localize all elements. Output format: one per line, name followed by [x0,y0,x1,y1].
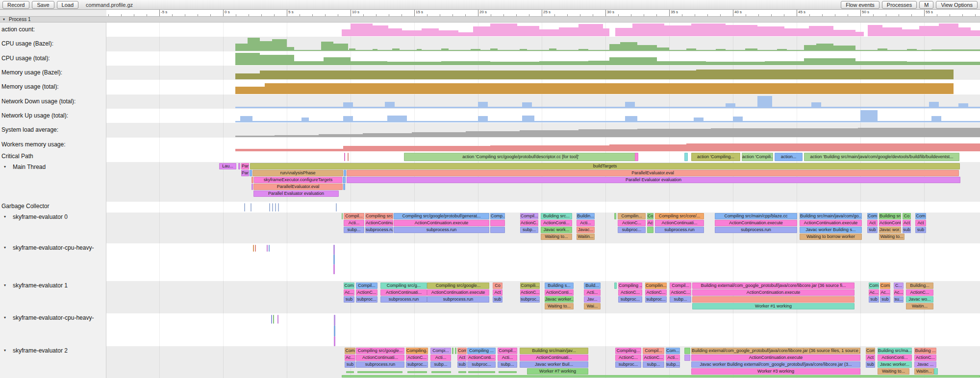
slice[interactable]: Acti... [584,289,601,296]
slice[interactable] [635,153,638,161]
slice[interactable]: Waiting to... [541,234,572,240]
collapse-icon-main-thread[interactable]: ▾ [4,165,6,169]
slice[interactable]: Compiling src/google... [427,283,489,289]
flow-events-button[interactable]: Flow events [841,1,879,9]
slice[interactable]: action 'Compiling... [691,153,740,161]
slice[interactable]: ActionC... [618,220,646,226]
slice[interactable]: subproc... [645,296,667,303]
slice[interactable]: Building src/main/java/com/go... [800,213,862,219]
slice[interactable]: sub [493,296,503,303]
slice[interactable]: Worker #1 working [692,303,854,309]
slice[interactable] [490,227,505,233]
slice[interactable]: Ac... [894,289,904,296]
slice[interactable]: Act [457,354,467,361]
slice[interactable]: Compiling... [406,348,428,354]
slice[interactable]: Building... [906,283,933,289]
slice[interactable]: Building external/com_google_protobuf/ja… [691,348,860,354]
slice[interactable]: buildTargets [250,163,960,169]
slice[interactable] [334,336,335,346]
slice[interactable]: ActionContinuati... [365,220,393,226]
slice[interactable]: ActionContinuation.execute [715,220,797,226]
slice[interactable]: Lau... [219,163,236,169]
slice[interactable] [251,177,253,183]
slice[interactable]: Javac worker Building external/com_googl… [691,361,860,368]
slice[interactable]: ActionContinuati... [655,220,704,226]
slice[interactable] [272,203,273,212]
slice[interactable]: Wai... [584,303,601,309]
slice[interactable]: Build... [584,283,601,289]
slice[interactable] [934,368,938,375]
slice[interactable]: sub [915,227,926,233]
slice[interactable]: action... [775,153,803,161]
slice[interactable]: Par [241,163,249,169]
slice[interactable]: Acti... [577,220,595,226]
slice[interactable]: Compil... [344,213,364,219]
slice[interactable] [692,296,854,303]
slice[interactable]: Waiting to borrow worker [800,234,862,240]
slice[interactable]: ParallelEvaluator.eval [347,170,959,176]
slice[interactable] [346,371,354,373]
slice[interactable] [431,371,451,373]
slice[interactable]: ActionContinuation.execute [394,220,489,226]
slice[interactable]: Compiling src/core/... [655,213,704,219]
slice[interactable]: Acti... [498,354,517,361]
slice[interactable]: Javac ... [914,361,936,368]
slice[interactable]: Waiting to... [878,368,909,375]
slice[interactable] [343,184,345,190]
slice[interactable]: subprocess.run [356,361,404,368]
slice[interactable]: Javac worker... [878,361,912,368]
slice[interactable] [684,153,688,161]
slice[interactable]: Buildin... [577,213,595,219]
slice[interactable]: Building s... [545,283,574,289]
slice[interactable]: sub [903,227,911,233]
slice[interactable]: Waiting to... [545,303,574,309]
slice[interactable] [251,184,253,190]
timeline-area[interactable]: action count:CPU usage (Bazel):CPU usage… [0,0,980,378]
slice[interactable]: subp... [666,361,680,368]
slice[interactable]: sub [869,296,879,303]
slice[interactable]: ActionConti... [467,354,496,361]
slice[interactable]: subp... [520,227,538,233]
slice[interactable]: subproc... [520,296,540,303]
slice[interactable] [267,245,268,252]
slice[interactable]: C... [894,283,904,289]
slice[interactable]: ActionC... [615,354,641,361]
slice[interactable] [344,170,346,176]
slice[interactable]: ActionC... [520,220,538,226]
slice[interactable]: ActionC... [643,354,664,361]
slice[interactable] [269,245,270,252]
slice[interactable]: sub [345,361,355,368]
slice[interactable]: Act [866,354,875,361]
slice[interactable]: sub [880,296,890,303]
slice[interactable]: ActionC... [618,289,642,296]
slice[interactable]: Compilin... [645,283,667,289]
slice[interactable]: Compil... [356,283,377,289]
slice[interactable] [275,203,276,212]
slice[interactable]: subprocess.run [427,296,489,303]
slice[interactable]: subproc... [618,296,642,303]
slice[interactable]: Waitin... [577,234,595,240]
slice[interactable]: Javac worker... [545,296,574,303]
slice[interactable]: subp... [670,296,691,303]
slice[interactable] [277,315,278,324]
slice[interactable] [334,326,335,336]
slice[interactable]: ActionC... [406,354,428,361]
slice[interactable]: Compiling src/g... [365,213,393,219]
processes-button[interactable]: Processes [882,1,917,9]
slice[interactable] [407,371,427,373]
slice[interactable]: ActionC... [356,289,377,296]
slice[interactable]: subprocess.run [365,227,393,233]
slice[interactable] [251,203,251,212]
slice[interactable]: Com [344,283,354,289]
slice[interactable]: ActionC... [520,289,540,296]
slice[interactable]: ActionContinuation.execute [691,354,860,361]
slice[interactable]: subproc... [467,361,496,368]
slice[interactable]: Co [903,213,911,219]
slice[interactable] [342,213,343,219]
slice[interactable] [684,348,690,354]
slice[interactable]: ActionContinuati... [520,354,588,361]
slice[interactable] [253,245,254,252]
slice[interactable]: Javac worker Buil... [520,361,588,368]
slice[interactable]: Building ... [914,348,936,354]
slice[interactable]: ActionConti... [879,220,901,226]
